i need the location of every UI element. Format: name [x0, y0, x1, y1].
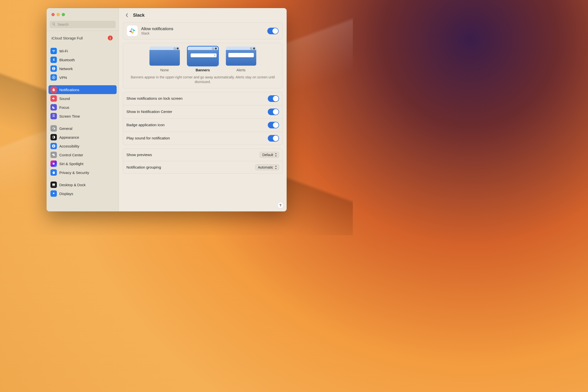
alert-style-description: Banners appear in the upper-right corner… — [123, 74, 282, 88]
sidebar-item-label: Screen Time — [59, 114, 80, 118]
vpn-icon — [50, 74, 57, 80]
badge: 1 — [108, 36, 113, 40]
chevron-up-down-icon — [275, 153, 277, 157]
sidebar-item-notifications[interactable]: Notifications — [48, 85, 116, 94]
setting-label: Notification grouping — [126, 165, 161, 170]
setting-lock-screen: Show notifications on lock screen — [123, 92, 282, 105]
sidebar-item-label: VPN — [59, 76, 67, 80]
setting-play-sound: Play sound for notification — [123, 132, 282, 145]
sidebar-item-displays[interactable]: Displays — [48, 189, 116, 198]
setting-show-previews: Show previews Default — [123, 149, 282, 161]
select-value: Default — [262, 153, 273, 157]
sidebar-item-bluetooth[interactable]: Bluetooth — [48, 55, 116, 64]
svg-point-8 — [131, 32, 132, 33]
allow-notifications-title: Allow notifications — [141, 26, 173, 31]
window-titlebar — [46, 8, 118, 21]
show-previews-select[interactable]: Default — [260, 152, 279, 158]
search-input[interactable] — [58, 22, 113, 26]
sidebar-item-vpn[interactable]: VPN — [48, 73, 116, 82]
svg-point-7 — [133, 31, 134, 32]
minimize-button[interactable] — [56, 13, 60, 16]
moon-icon — [50, 104, 57, 110]
sidebar-item-sound[interactable]: Sound — [48, 94, 116, 103]
sidebar-item-screen-time[interactable]: Screen Time — [48, 112, 116, 120]
svg-point-5 — [130, 30, 131, 30]
allow-notifications-subtitle: Slack — [141, 31, 173, 35]
displays-icon — [50, 190, 57, 197]
sidebar-item-control-center[interactable]: Control Center — [48, 150, 116, 159]
setting-label: Play sound for notification — [126, 136, 170, 140]
alert-style-none-label: None — [160, 68, 169, 72]
sidebar-item-label: Siri & Spotlight — [59, 162, 83, 166]
main-header: Slack — [119, 8, 287, 22]
svg-point-0 — [53, 163, 55, 165]
alert-style-banners[interactable]: Banners — [188, 46, 218, 72]
sidebar-item-label: Control Center — [59, 153, 83, 157]
sidebar-item-network[interactable]: Network — [48, 64, 116, 73]
sidebar-item-label: Notifications — [59, 88, 80, 92]
hand-icon — [50, 169, 57, 176]
dock-icon — [50, 182, 57, 188]
setting-label: Show in Notification Center — [126, 110, 172, 114]
setting-badge-icon: Badge application icon — [123, 118, 282, 132]
sidebar-item-privacy-security[interactable]: Privacy & Security — [48, 168, 116, 177]
search-icon — [52, 22, 56, 27]
bell-icon — [50, 86, 57, 93]
sidebar-item-general[interactable]: General — [48, 124, 116, 133]
notification-center-toggle[interactable] — [268, 108, 279, 115]
sidebar-item-label: Wi-Fi — [59, 49, 68, 53]
sidebar: iCloud Storage Full 1 Wi-Fi Bluetooth — [46, 8, 119, 212]
sidebar-item-label: Accessibility — [59, 144, 80, 148]
help-icon: ? — [279, 203, 282, 207]
sidebar-item-wifi[interactable]: Wi-Fi — [48, 46, 116, 55]
alert-style-banners-label: Banners — [196, 68, 210, 72]
sidebar-item-label: Desktop & Dock — [59, 183, 86, 187]
svg-rect-1 — [132, 28, 132, 30]
speaker-icon — [50, 95, 57, 102]
sidebar-item-desktop-dock[interactable]: Desktop & Dock — [48, 180, 116, 189]
sidebar-item-siri-spotlight[interactable]: Siri & Spotlight — [48, 159, 116, 168]
sidebar-item-label: Privacy & Security — [59, 170, 89, 175]
setting-notification-center: Show in Notification Center — [123, 105, 282, 118]
sidebar-item-appearance[interactable]: Appearance — [48, 133, 116, 142]
back-button[interactable] — [124, 12, 130, 18]
setting-label: Badge application icon — [126, 123, 165, 127]
allow-notifications-toggle[interactable] — [267, 28, 278, 34]
appearance-icon — [50, 134, 57, 140]
alert-style-alerts-label: Alerts — [236, 68, 246, 72]
main-panel: Slack — [119, 8, 287, 212]
zoom-button[interactable] — [62, 13, 65, 16]
gear-icon — [50, 125, 57, 132]
play-sound-toggle[interactable] — [268, 135, 279, 142]
siri-icon — [50, 160, 57, 167]
hourglass-icon — [50, 113, 57, 119]
setting-notification-grouping: Notification grouping Automatic — [123, 161, 282, 174]
globe-icon — [50, 66, 57, 72]
lock-screen-toggle[interactable] — [268, 95, 279, 102]
sidebar-item-label: Sound — [59, 96, 70, 101]
notification-grouping-select[interactable]: Automatic — [255, 164, 279, 170]
sidebar-item-focus[interactable]: Focus — [48, 103, 116, 112]
svg-rect-4 — [129, 31, 132, 32]
sidebar-item-accessibility[interactable]: Accessibility — [48, 142, 116, 150]
control-center-icon — [50, 152, 57, 158]
badge-icon-toggle[interactable] — [268, 122, 279, 128]
alert-style-none[interactable]: None — [150, 46, 180, 72]
setting-label: Show notifications on lock screen — [126, 96, 182, 101]
sidebar-item-icloud-storage[interactable]: iCloud Storage Full 1 — [48, 33, 116, 43]
svg-point-6 — [133, 29, 134, 30]
notification-settings-card: Show notifications on lock screen Show i… — [123, 92, 283, 145]
close-button[interactable] — [52, 13, 55, 16]
sidebar-item-label: General — [59, 126, 72, 130]
alert-style-card: None Banners Alerts — [123, 43, 283, 88]
accessibility-icon — [50, 143, 57, 149]
search-field[interactable] — [50, 21, 116, 28]
svg-rect-3 — [132, 31, 133, 34]
help-button[interactable]: ? — [277, 202, 284, 208]
alert-style-alerts[interactable]: Alerts — [226, 46, 256, 72]
allow-notifications-card: Allow notifications Slack — [123, 22, 283, 40]
chevron-up-down-icon — [275, 166, 277, 169]
sidebar-item-label: Displays — [59, 192, 73, 196]
sidebar-item-label: Network — [59, 67, 73, 71]
settings-window: iCloud Storage Full 1 Wi-Fi Bluetooth — [46, 8, 287, 212]
